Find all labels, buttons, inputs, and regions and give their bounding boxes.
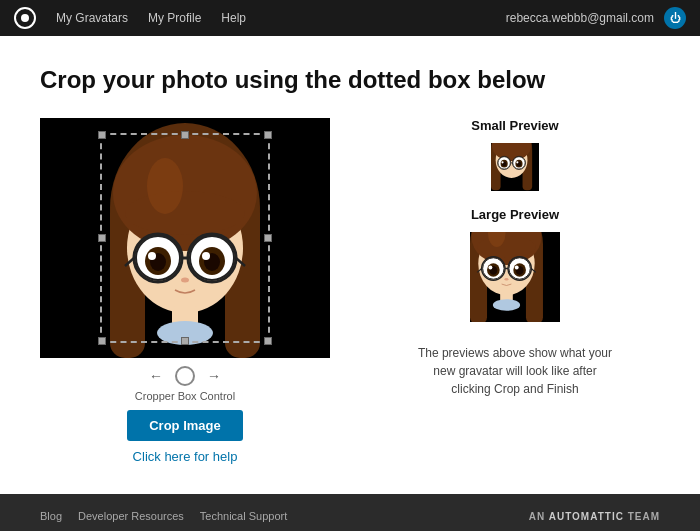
crop-handle-br[interactable] (264, 337, 272, 345)
footer-top: Blog Developer Resources Technical Suppo… (40, 510, 660, 522)
large-preview-label: Large Preview (471, 207, 559, 222)
help-link[interactable]: Click here for help (133, 449, 238, 464)
svg-point-59 (515, 266, 519, 270)
gravatar-logo-icon (14, 7, 36, 29)
crop-handle-tr[interactable] (264, 131, 272, 139)
svg-point-28 (495, 145, 528, 157)
page-title: Crop your photo using the dotted box bel… (40, 66, 660, 94)
header-left: My Gravatars My Profile Help (14, 7, 246, 29)
nav-my-profile[interactable]: My Profile (148, 11, 201, 25)
content-area: ← → Cropper Box Control Crop Image Click… (40, 118, 660, 464)
crop-handle-bl[interactable] (98, 337, 106, 345)
avatar-background (40, 118, 330, 358)
footer-links: Blog Developer Resources Technical Suppo… (40, 510, 287, 522)
small-preview-image (491, 143, 539, 191)
image-container[interactable] (40, 118, 330, 358)
nav-help[interactable]: Help (221, 11, 246, 25)
crop-box[interactable] (100, 133, 270, 343)
main-header: My Gravatars My Profile Help rebecca.web… (0, 0, 700, 36)
svg-point-62 (493, 299, 520, 311)
svg-point-58 (488, 266, 492, 270)
crop-image-button[interactable]: Crop Image (127, 410, 243, 441)
footer-link-blog[interactable]: Blog (40, 510, 62, 522)
preview-area: Small Preview (370, 118, 660, 398)
small-preview-label: Small Preview (471, 118, 558, 133)
cropper-controls: ← → (145, 366, 225, 386)
large-preview-image (470, 232, 560, 322)
svg-point-45 (477, 236, 535, 257)
header-right: rebecca.webbb@gmail.com ⏻ (506, 7, 686, 29)
crop-handle-lm[interactable] (98, 234, 106, 242)
crop-handle-tl[interactable] (98, 131, 106, 139)
crop-area: ← → Cropper Box Control Crop Image Click… (40, 118, 330, 464)
cropper-label: Cropper Box Control (135, 390, 235, 402)
nav-my-gravatars[interactable]: My Gravatars (56, 11, 128, 25)
footer-link-support[interactable]: Technical Support (200, 510, 287, 522)
crop-handle-rm[interactable] (264, 234, 272, 242)
power-icon[interactable]: ⏻ (664, 7, 686, 29)
main-content: Crop your photo using the dotted box bel… (0, 36, 700, 494)
reset-button[interactable] (175, 366, 195, 386)
crop-handle-tm[interactable] (181, 131, 189, 139)
footer: Blog Developer Resources Technical Suppo… (0, 494, 700, 531)
move-right-button[interactable]: → (203, 366, 225, 386)
svg-point-38 (501, 161, 503, 163)
user-email: rebecca.webbb@gmail.com (506, 11, 654, 25)
footer-link-developer[interactable]: Developer Resources (78, 510, 184, 522)
preview-note: The previews above show what your new gr… (415, 344, 615, 398)
footer-brand: AN AUTOMATTIC TEAM (529, 511, 660, 522)
svg-point-60 (505, 278, 509, 280)
crop-handle-bm[interactable] (181, 337, 189, 345)
move-left-button[interactable]: ← (145, 366, 167, 386)
svg-point-39 (516, 161, 518, 163)
